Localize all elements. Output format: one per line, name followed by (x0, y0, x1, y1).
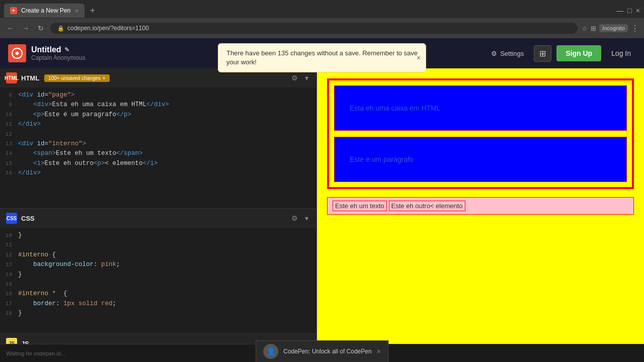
header-actions: ⚙ Settings ⊞ Sign Up Log In (486, 45, 636, 62)
css-section-label: CSS CSS (6, 213, 35, 224)
css-line-14: 14 } (0, 270, 316, 280)
address-bar[interactable]: 🔒 codepen.io/pen/?editors=1100 (50, 23, 578, 34)
html-settings-icon[interactable]: ⚙ (289, 73, 300, 83)
main-content: HTML HTML 100+ unsaved changes × ⚙ ▾ (0, 68, 644, 362)
new-tab-button[interactable]: + (87, 5, 99, 17)
settings-button[interactable]: ⚙ Settings (486, 47, 529, 60)
html-line-13: 13 <div id="interno"> (0, 139, 316, 149)
notification-banner: There have been 135 changes without a sa… (218, 43, 426, 72)
pro-promo-close-button[interactable]: × (377, 347, 381, 355)
preview-html-box-text: Esta eh uma caixa em HTML (350, 104, 441, 112)
maximize-button[interactable]: □ (627, 7, 631, 15)
browser-chrome: ✦ Create a New Pen × + — □ × ← → ↻ 🔒 cod… (0, 0, 644, 38)
pen-name-row: Untitled ✎ (31, 45, 85, 54)
css-line-12: 12 #interno { (0, 250, 316, 260)
tab-close-button[interactable]: × (75, 8, 78, 14)
css-line-16: 16 #interno * { (0, 289, 316, 299)
lock-icon: 🔒 (57, 25, 64, 32)
css-label-text: CSS (21, 215, 35, 222)
css-line-15: 15 (0, 280, 316, 289)
refresh-button[interactable]: ↻ (35, 23, 46, 34)
settings-gear-icon: ⚙ (491, 50, 497, 57)
tab-label: Create a New Pen (21, 7, 70, 14)
html-section-actions: ⚙ ▾ (289, 73, 310, 83)
extensions-button[interactable]: ⊞ (591, 25, 596, 32)
html-lang-icon: HTML (6, 72, 17, 83)
unsaved-badge-text: 100+ unsaved changes (48, 75, 101, 81)
layout-toggle-button[interactable]: ⊞ (534, 45, 551, 62)
login-button[interactable]: Log In (606, 45, 636, 61)
preview-html-box: Esta eh uma caixa em HTML (334, 85, 627, 131)
app-container: Untitled ✎ Captain Anonymous There have … (0, 38, 644, 362)
unsaved-badge-close[interactable]: × (103, 75, 106, 81)
preview-content: Esta eh uma caixa em HTML Este e um para… (317, 68, 644, 362)
preview-panel: Esta eh uma caixa em HTML Este e um para… (317, 68, 644, 362)
logo-icon (8, 44, 26, 62)
incognito-badge: Incognito (599, 24, 628, 32)
editor-panel: HTML HTML 100+ unsaved changes × ⚙ ▾ (0, 68, 317, 362)
css-line-10: 10 } (0, 231, 316, 240)
nav-bar: ← → ↻ 🔒 codepen.io/pen/?editors=1100 ☆ ⊞… (0, 18, 644, 38)
html-editor-section: HTML HTML 100+ unsaved changes × ⚙ ▾ (0, 68, 316, 209)
html-line-9: 9 <div>Esta eh uma caixa em HTML</div> (0, 100, 316, 110)
preview-interno-div: Este eh um texto Este eh outro< elemento (327, 197, 634, 215)
menu-button[interactable]: ⋮ (631, 24, 639, 33)
preview-paragraph-text: Este e um paragrafo (350, 155, 414, 163)
edit-pen-name-icon[interactable]: ✎ (64, 46, 69, 53)
minimize-button[interactable]: — (616, 7, 623, 15)
close-window-button[interactable]: × (636, 7, 640, 15)
bottom-bar: Waiting for codepen.io... 👤 CodePen: Unl… (0, 344, 644, 362)
app-header: Untitled ✎ Captain Anonymous There have … (0, 38, 644, 68)
pen-title: Untitled ✎ Captain Anonymous (31, 45, 85, 61)
css-lang-icon: CSS (6, 213, 17, 224)
status-text: Waiting for codepen.io... (6, 350, 65, 356)
html-line-16: 16 </div> (0, 168, 316, 178)
pen-author: Captain Anonymous (31, 54, 85, 61)
css-collapse-icon[interactable]: ▾ (303, 213, 310, 223)
html-section-label: HTML HTML (6, 72, 39, 83)
html-line-12: 12 (0, 130, 316, 139)
tab-favicon: ✦ (10, 7, 17, 14)
forward-button[interactable]: → (20, 23, 31, 34)
unsaved-badge: 100+ unsaved changes × (44, 74, 110, 82)
css-editor-section: CSS CSS ⚙ ▾ 10 } 11 (0, 209, 316, 334)
notification-close-button[interactable]: × (417, 54, 421, 62)
html-line-8: 8 <div id="page"> (0, 90, 316, 100)
preview-interno-span: Este eh um texto (333, 201, 387, 211)
tab-bar: ✦ Create a New Pen × + — □ × (0, 0, 644, 18)
settings-label: Settings (500, 50, 524, 57)
css-settings-icon[interactable]: ⚙ (289, 213, 300, 223)
css-section-header: CSS CSS ⚙ ▾ (0, 209, 316, 228)
html-code-area[interactable]: 8 <div id="page"> 9 <div>Esta eh uma cai… (0, 87, 316, 208)
preview-page-div: Esta eh uma caixa em HTML Este e um para… (327, 78, 634, 189)
nav-actions: ☆ ⊞ Incognito ⋮ (582, 24, 639, 33)
preview-interno-i: Este eh outro< elemento (389, 201, 465, 211)
preview-paragraph-box: Este e um paragrafo (334, 137, 627, 182)
css-code-area[interactable]: 10 } 11 12 #interno { 13 background-colo… (0, 228, 316, 333)
notification-line1: There have been 135 changes without a sa… (226, 49, 418, 57)
html-line-14: 14 <span>Este eh um texto</span> (0, 149, 316, 158)
css-lang-text: CSS (7, 216, 17, 221)
html-label-text: HTML (21, 74, 39, 82)
active-tab[interactable]: ✦ Create a New Pen × (4, 4, 85, 18)
html-line-11: 11 </div> (0, 120, 316, 129)
back-button[interactable]: ← (5, 23, 16, 34)
css-line-18: 18 } (0, 309, 316, 318)
star-button[interactable]: ☆ (582, 25, 588, 32)
css-line-17: 17 border: 1px solid red; (0, 299, 316, 309)
html-line-15: 15 <i>Este eh outro<p>< elemento</i> (0, 159, 316, 168)
css-section-actions: ⚙ ▾ (289, 213, 310, 223)
pro-promo-bar: 👤 CodePen: Unlock all of CodePen × (256, 340, 388, 362)
pen-name-text: Untitled (31, 45, 61, 54)
html-collapse-icon[interactable]: ▾ (303, 73, 310, 83)
url-text: codepen.io/pen/?editors=1100 (67, 25, 149, 32)
html-lang-text: HTML (5, 75, 19, 81)
css-line-11: 11 (0, 240, 316, 250)
notification-line2: your work! (226, 58, 257, 66)
pro-promo-text: CodePen: Unlock all of CodePen (283, 348, 371, 355)
pro-avatar-icon: 👤 (263, 344, 278, 359)
logo-area: Untitled ✎ Captain Anonymous (8, 44, 109, 62)
signup-button[interactable]: Sign Up (556, 45, 601, 61)
notification-text: There have been 135 changes without a sa… (226, 49, 418, 67)
html-line-10: 10 <p>Este é um paragrafo</p> (0, 110, 316, 120)
